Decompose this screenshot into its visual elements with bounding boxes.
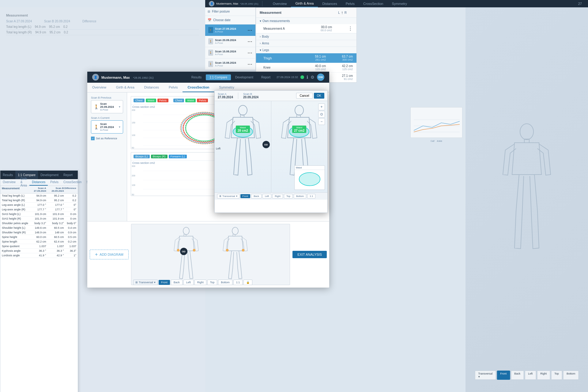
view-bottom-btn[interactable]: Bottom <box>218 280 232 285</box>
row-8-diff: 0.9 cm <box>64 231 77 234</box>
left-sub-cross[interactable]: CrossSection <box>61 179 84 186</box>
arms-header[interactable]: › Arms <box>256 40 356 47</box>
view-right-btn[interactable]: Right <box>194 280 206 285</box>
compare-front-btn[interactable]: Front <box>240 194 251 198</box>
left-nav-report[interactable]: Report <box>61 171 75 179</box>
tag-waist-2[interactable]: Waist <box>185 99 196 102</box>
svg-point-32 <box>295 105 303 115</box>
dialog-header: 👤 Mustermann, Max *28.05.1992 (31) Resul… <box>87 72 329 83</box>
calendar-icon: 📅 <box>208 18 211 22</box>
legs-header[interactable]: ▾ Legs <box>256 47 356 53</box>
tag-pelvis-2[interactable]: Pelvis <box>197 99 208 102</box>
scan-2-menu[interactable]: ⋯ <box>247 39 252 44</box>
scan-b-selector[interactable]: 🚶 Scan 20.09.2024 A-Pose ▾ <box>91 100 123 113</box>
row-8-name: Shoulder height (R) <box>2 231 28 234</box>
compare-right-btn[interactable]: Right <box>272 194 283 198</box>
tab-development[interactable]: Development <box>232 74 257 80</box>
nav-girth[interactable]: Girth & Area <box>111 83 139 92</box>
exit-analysis-btn[interactable]: EXIT ANALYSIS <box>292 251 327 258</box>
tag-chest-2[interactable]: Chest <box>173 99 184 102</box>
compare-bottom-btn[interactable]: Bottom <box>294 194 306 198</box>
scan-item-1[interactable]: 🚶 Scan 27.09.2024 A-Pose ⋯ <box>205 24 255 36</box>
tag-chest-1[interactable]: Chest <box>134 99 145 102</box>
left-sub-distances[interactable]: Distances <box>29 179 48 186</box>
filter-posture-row[interactable]: ⊟ Filter posture <box>205 7 255 16</box>
left-nav-development[interactable]: Development <box>38 171 61 179</box>
left-sub-girth[interactable]: Girth & Area <box>18 179 30 186</box>
scan-a-selector[interactable]: 🚶 Scan 27.09.2024 A-Pose ▾ <box>91 120 123 134</box>
settings-icon[interactable]: ⚙ <box>311 75 315 80</box>
left-sub-pelvis[interactable]: Pelvis <box>48 179 61 186</box>
left-sub-overview[interactable]: Overview <box>0 179 18 186</box>
nav-distances[interactable]: Distances <box>139 83 164 92</box>
nav-overview[interactable]: Overview <box>87 83 111 92</box>
left-nav-results[interactable]: Results <box>0 171 15 179</box>
compare-transversal[interactable]: ⊞ Transversal ▾ <box>217 194 239 198</box>
tag-forearm-l[interactable]: Forearm (L) <box>169 155 187 158</box>
bg-tab-cross[interactable]: CrossSection <box>359 0 387 7</box>
tab-results[interactable]: Results <box>188 74 205 80</box>
view-lock-btn[interactable]: 🔒 <box>243 280 252 285</box>
zoom-in-btn[interactable]: + <box>318 104 325 110</box>
transversal-selector[interactable]: ⊞ Transversal ▾ <box>133 280 158 285</box>
body-header[interactable]: › Body <box>256 33 356 40</box>
arms-label: Arms <box>262 42 269 45</box>
view-front-btn[interactable]: Front <box>159 280 170 285</box>
compare-cancel-btn[interactable]: Cancel <box>296 93 312 99</box>
bg-view-bottom[interactable]: Bottom <box>563 371 579 380</box>
add-diagram-btn[interactable]: + ADD DIAGRAM <box>90 250 129 259</box>
bg-tab-distances[interactable]: Distances <box>318 0 341 7</box>
choose-date-row[interactable]: 📅 Choose date <box>205 16 255 24</box>
info-icon[interactable]: ℹ <box>307 75 308 80</box>
scan-1-menu[interactable]: ⋯ <box>247 27 252 33</box>
compare-ok-btn[interactable]: OK <box>314 93 324 99</box>
compare-left-btn[interactable]: Left <box>262 194 271 198</box>
bg-view-back[interactable]: Back <box>511 371 524 380</box>
bg-tab-pelvis[interactable]: Pelvis <box>341 0 359 7</box>
tag-waist-1[interactable]: Waist <box>146 99 156 102</box>
row-9-b: 60.5 cm <box>46 236 64 239</box>
compare-back-btn[interactable]: Back <box>251 194 262 198</box>
scan-item-3[interactable]: 🚶 Scan 15.08.2024 A-Pose ⋯ <box>205 47 255 58</box>
row-8-b: 148 cm <box>46 231 64 234</box>
row-5-a: 101.9 cm <box>28 217 46 220</box>
tag-biceps-r[interactable]: Biceps (R) <box>151 155 168 158</box>
measurement-a-options[interactable]: ⋮ <box>348 26 353 31</box>
zoom-out-btn[interactable]: − <box>318 118 325 125</box>
scan-item-2[interactable]: 🚶 Scan 20.09.2024 A-Pose ⋯ <box>205 36 255 47</box>
scan-4-menu[interactable]: ⋯ <box>247 61 252 67</box>
bg-view-right[interactable]: Right <box>537 371 550 380</box>
compare-header: Scan A 27.09.2024 Scan B 20.09.2024 Canc… <box>215 91 327 101</box>
reference-checkbox[interactable]: ✓ <box>91 137 95 140</box>
knee-r: 42.2 cm <box>328 64 353 68</box>
view-top-btn[interactable]: Top <box>207 280 217 285</box>
tab-report[interactable]: Report <box>258 74 274 80</box>
scan-b-label: Scan B Previous <box>91 96 123 99</box>
filter-posture-label: Filter posture <box>212 10 230 13</box>
bg-tab-overview[interactable]: Overview <box>269 0 291 7</box>
row-5-name: SIAS height (R) <box>2 217 28 220</box>
bg-tab-symmetry[interactable]: Symmetry <box>387 0 411 7</box>
bg-view-left[interactable]: Left <box>525 371 536 380</box>
compare-11-btn[interactable]: 1:1 <box>307 194 315 198</box>
tag-pelvis-1[interactable]: Pelvis <box>157 99 168 102</box>
nav-crosssection[interactable]: CrossSection <box>183 83 214 92</box>
row-13-a: 41.9 ° <box>28 254 46 257</box>
bg-view-front[interactable]: Front <box>497 371 510 380</box>
bg-view-top[interactable]: Top <box>551 371 562 380</box>
view-back-btn[interactable]: Back <box>171 280 183 285</box>
distances-table-body: Total leg length (L) 94.9 cm 95.2 cm 0.2… <box>0 194 78 258</box>
bg-tab-girth[interactable]: Girth & Area <box>291 0 318 7</box>
tab-compare[interactable]: 1:1 Compare <box>206 74 231 80</box>
compare-top-btn[interactable]: Top <box>284 194 293 198</box>
zoom-target-btn[interactable]: ⊙ <box>318 111 325 118</box>
view-left-btn[interactable]: Left <box>183 280 194 285</box>
bg-view-transversal[interactable]: Transversal ▾ <box>475 371 496 380</box>
tag-biceps-l[interactable]: Biceps (L) <box>134 155 150 158</box>
own-measurements-header[interactable]: ▾ Own measurements <box>256 18 356 24</box>
nav-pelvis[interactable]: Pelvis <box>164 83 183 92</box>
row-11-name: Spine quotient <box>2 245 28 248</box>
scan-3-menu[interactable]: ⋯ <box>247 50 252 56</box>
view-11-btn[interactable]: 1:1 <box>233 280 243 285</box>
scan-item-4[interactable]: 🚶 Scan 15.08.2024 A-Pose ⋯ <box>205 58 255 70</box>
